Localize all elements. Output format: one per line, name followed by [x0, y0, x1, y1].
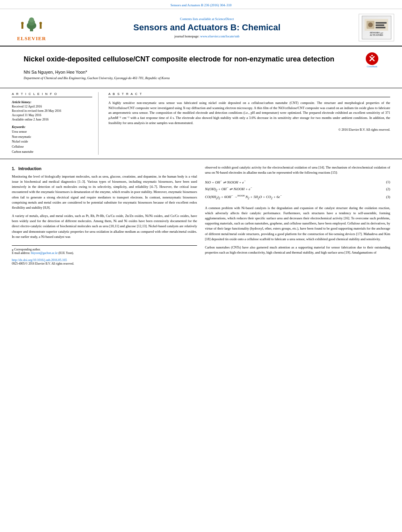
- email-link[interactable]: hkyoon@gachon.ac.kr: [31, 251, 58, 255]
- svg-rect-6: [40, 24, 42, 29]
- sciencedirect-info: Contents lists available at ScienceDirec…: [63, 17, 351, 21]
- sensors-logo-svg: [365, 19, 388, 31]
- right-content-column: observed to exhibit good catalytic activ…: [205, 165, 390, 265]
- intro-paragraph-2: A variety of metals, alloys, and metal o…: [12, 213, 197, 239]
- keyword-cellulose: Cellulose: [12, 145, 92, 150]
- keywords-label: Keywords:: [12, 125, 92, 129]
- svg-point-5: [21, 22, 24, 24]
- homepage-label: journal homepage:: [174, 34, 199, 38]
- homepage-link: www.elsevier.com/locate/snb: [200, 34, 240, 38]
- equation-3-num: (3): [386, 195, 391, 199]
- footnote-area: ⁎ Corresponding author. E-mail address: …: [12, 245, 197, 265]
- corresponding-author-footnote: ⁎ Corresponding author.: [12, 248, 197, 251]
- authors: Nhi Sa Nguyen, Hyon Hee Yoon⁎: [24, 69, 362, 74]
- journal-title-block: Contents lists available at ScienceDirec…: [63, 17, 351, 38]
- svg-rect-13: [376, 27, 385, 28]
- right-para-3: Carbon nanotubes (CNTs) have also garner…: [205, 245, 390, 255]
- crossmark-label: CrossMark: [366, 65, 378, 68]
- author-names: Nhi Sa Nguyen, Hyon Hee Yoon⁎: [24, 70, 87, 74]
- journal-reference: Sensors and Actuators B 236 (2016) 304–3…: [0, 0, 402, 9]
- svg-point-3: [29, 17, 34, 22]
- abstract-column: A B S T R A C T A highly sensitive non-e…: [106, 92, 390, 155]
- svg-rect-11: [376, 22, 387, 24]
- equation-1-row: NiO + OH− ⇌ NiOOH + e− (1): [205, 179, 390, 184]
- history-label: Article history:: [12, 100, 92, 104]
- keyword-non-enzymatic: Non-enzymatic: [12, 135, 92, 140]
- equation-3-text: CO(NH2)2 + 6OH− →NiOOH N2 + 5H2O + CO2 +…: [205, 194, 282, 200]
- keyword-nickel-oxide: Nickel oxide: [12, 139, 92, 145]
- crossmark-circle: [366, 52, 378, 65]
- two-column-content: 1. Introduction Monitoring the level of …: [12, 165, 390, 265]
- article-title: Nickel oxide-deposited cellulose/CNT com…: [24, 54, 362, 64]
- left-content-column: 1. Introduction Monitoring the level of …: [12, 165, 197, 265]
- svg-point-17: [371, 55, 373, 56]
- equation-2-num: (2): [386, 187, 391, 191]
- equation-2-row: Ni(OH)2 + OH− ⇌ NiOOH + e− (2): [205, 186, 390, 192]
- equation-3-row: CO(NH2)2 + 6OH− →NiOOH N2 + 5H2O + CO2 +…: [205, 194, 390, 200]
- svg-point-7: [39, 22, 42, 24]
- journal-homepage: journal homepage: www.elsevier.com/locat…: [63, 34, 351, 38]
- equation-1-num: (1): [386, 180, 391, 184]
- svg-point-10: [368, 22, 373, 27]
- elsevier-tree-image: [12, 13, 51, 35]
- journal-main-title: Sensors and Actuators B: Chemical: [63, 22, 351, 33]
- keyword-carbon-nanotube: Carbon nanotube: [12, 150, 92, 155]
- sciencedirect-prefix: Contents lists available at: [180, 17, 214, 21]
- right-para-2: A common problem with Ni-based catalysts…: [205, 206, 390, 242]
- equations-block: NiO + OH− ⇌ NiOOH + e− (1) Ni(OH)2 + OH−…: [205, 178, 390, 202]
- main-content: 1. Introduction Monitoring the level of …: [0, 159, 402, 271]
- right-para-1: observed to exhibit good catalytic activ…: [205, 165, 390, 175]
- sciencedirect-link-text: ScienceDirect: [215, 17, 234, 21]
- article-history-block: Article history: Received 12 April 2016 …: [12, 100, 92, 121]
- sensors-actuators-logo: SENSORS and ACTUATORS: [359, 14, 394, 41]
- svg-rect-4: [21, 24, 23, 29]
- article-info-column: A R T I C L E I N F O Article history: R…: [12, 92, 99, 155]
- article-info-header: A R T I C L E I N F O: [12, 92, 92, 97]
- introduction-title: 1. Introduction: [12, 167, 197, 171]
- accepted-date: Accepted 31 May 2016: [12, 113, 92, 117]
- journal-ref-text: Sensors and Actuators B 236 (2016) 304–3…: [171, 3, 232, 7]
- abstract-text: A highly sensitive non-enzymatic urea se…: [108, 100, 390, 126]
- article-header: Nickel oxide-deposited cellulose/CNT com…: [0, 46, 402, 88]
- corresponding-author-marker: ⁎: [86, 69, 87, 72]
- journal-header: ELSEVIER Contents lists available at Sci…: [0, 9, 402, 46]
- elsevier-logo: ELSEVIER: [8, 13, 55, 42]
- revised-date: Received in revised form 28 May 2016: [12, 109, 92, 113]
- article-info-abstract-section: A R T I C L E I N F O Article history: R…: [0, 88, 402, 159]
- sensors-logo-inner: SENSORS and ACTUATORS: [362, 16, 391, 39]
- page: Sensors and Actuators B 236 (2016) 304–3…: [0, 0, 402, 532]
- issn-text: 0925-4005/© 2016 Elsevier B.V. All right…: [12, 262, 197, 265]
- affiliation: Department of Chemical and Bio Engineeri…: [24, 76, 362, 80]
- email-footnote: E-mail address: hkyoon@gachon.ac.kr (H.H…: [12, 251, 197, 255]
- elsevier-brand-text: ELSEVIER: [17, 35, 46, 42]
- available-date: Available online 2 June 2016: [12, 118, 92, 121]
- equation-1-text: NiO + OH− ⇌ NiOOH + e−: [205, 179, 246, 184]
- abstract-header: A B S T R A C T: [108, 92, 390, 97]
- svg-rect-12: [376, 24, 384, 26]
- equation-2-text: Ni(OH)2 + OH− ⇌ NiOOH + e−: [205, 186, 252, 192]
- elsevier-tree-svg: [16, 16, 47, 32]
- keywords-block: Keywords: Urea sensor Non-enzymatic Nick…: [12, 125, 92, 155]
- intro-paragraph-1: Monitoring the level of biologically imp…: [12, 174, 197, 210]
- copyright-notice: © 2016 Elsevier B.V. All rights reserved…: [108, 128, 390, 132]
- received-date: Received 12 April 2016: [12, 105, 92, 108]
- doi-link[interactable]: http://dx.doi.org/10.1016/j.snb.2016.05.…: [12, 258, 197, 262]
- keyword-urea-sensor: Urea sensor: [12, 130, 92, 135]
- crossmark-logo: CrossMark: [366, 52, 378, 68]
